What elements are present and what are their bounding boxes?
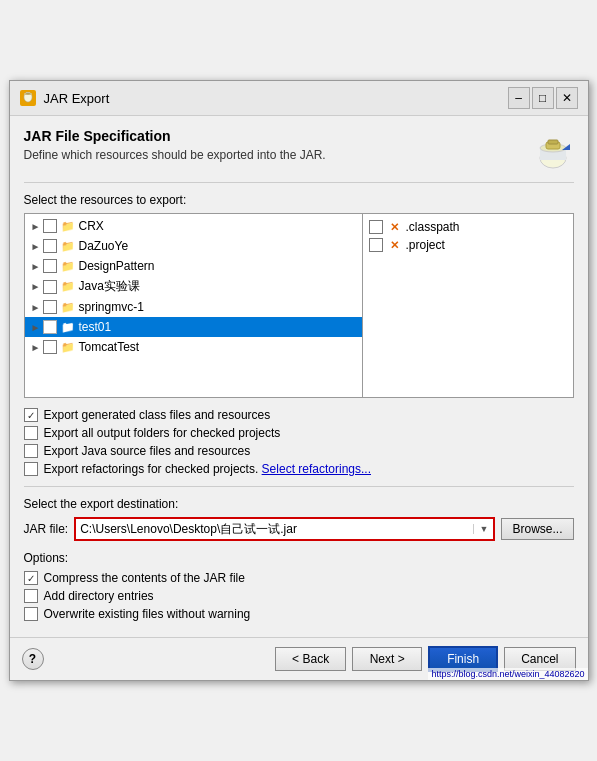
files-panel[interactable]: ✕ .classpath ✕ .project xyxy=(363,214,573,397)
tree-item-dazuoye[interactable]: ► 📁 DaZuoYe xyxy=(25,236,362,256)
title-bar: JAR Export – □ ✕ xyxy=(10,81,588,116)
expand-designpattern[interactable]: ► xyxy=(29,261,43,272)
expand-crx[interactable]: ► xyxy=(29,221,43,232)
close-button[interactable]: ✕ xyxy=(556,87,578,109)
resource-panel: ► 📁 CRX ► 📁 DaZuoYe ► 📁 Design xyxy=(24,213,574,398)
jar-file-row: JAR file: ▼ Browse... xyxy=(24,517,574,541)
destination-label: Select the export destination: xyxy=(24,497,574,511)
jar-export-dialog: JAR Export – □ ✕ JAR File Specification … xyxy=(9,80,589,681)
label-compress: Compress the contents of the JAR file xyxy=(44,571,245,585)
file-icon-classpath: ✕ xyxy=(387,220,403,234)
checkbox-classpath[interactable] xyxy=(369,220,383,234)
destination-section: Select the export destination: JAR file:… xyxy=(24,497,574,541)
expand-test01[interactable]: ► xyxy=(29,322,43,333)
label-export-refactorings: Export refactorings for checked projects… xyxy=(44,462,262,476)
label-project: .project xyxy=(406,238,445,252)
label-springmvc: springmvc-1 xyxy=(79,300,144,314)
checkbox-compress[interactable] xyxy=(24,571,38,585)
checkbox-export-output[interactable] xyxy=(24,426,38,440)
folder-icon-crx: 📁 xyxy=(60,218,76,234)
browse-button[interactable]: Browse... xyxy=(501,518,573,540)
option-export-class[interactable]: Export generated class files and resourc… xyxy=(24,408,574,422)
checkbox-crx[interactable] xyxy=(43,219,57,233)
divider-1 xyxy=(24,486,574,487)
expand-tomcattest[interactable]: ► xyxy=(29,342,43,353)
back-button[interactable]: < Back xyxy=(275,647,346,671)
header-area: JAR File Specification Define which reso… xyxy=(24,128,574,183)
file-item-classpath[interactable]: ✕ .classpath xyxy=(369,218,567,236)
bottom-left: ? xyxy=(22,648,44,670)
folder-icon-javalab: 📁 xyxy=(60,279,76,295)
label-tomcattest: TomcatTest xyxy=(79,340,140,354)
checkbox-springmvc[interactable] xyxy=(43,300,57,314)
folder-icon-dazuoye: 📁 xyxy=(60,238,76,254)
jar-file-label: JAR file: xyxy=(24,522,69,536)
option-add-dir[interactable]: Add directory entries xyxy=(24,589,574,603)
file-item-project[interactable]: ✕ .project xyxy=(369,236,567,254)
page-title: JAR File Specification xyxy=(24,128,574,144)
page-description: Define which resources should be exporte… xyxy=(24,148,574,162)
option-export-output[interactable]: Export all output folders for checked pr… xyxy=(24,426,574,440)
checkbox-project[interactable] xyxy=(369,238,383,252)
compress-section: Options: Compress the contents of the JA… xyxy=(24,551,574,621)
checkbox-overwrite[interactable] xyxy=(24,607,38,621)
jar-file-input[interactable] xyxy=(76,519,473,539)
tree-panel[interactable]: ► 📁 CRX ► 📁 DaZuoYe ► 📁 Design xyxy=(25,214,363,397)
next-button[interactable]: Next > xyxy=(352,647,422,671)
tree-item-javalab[interactable]: ► 📁 Java实验课 xyxy=(25,276,362,297)
label-test01: test01 xyxy=(79,320,112,334)
option-export-refactorings[interactable]: Export refactorings for checked projects… xyxy=(24,462,574,476)
expand-javalab[interactable]: ► xyxy=(29,281,43,292)
export-options: Export generated class files and resourc… xyxy=(24,408,574,476)
checkbox-test01[interactable] xyxy=(43,320,57,334)
expand-dazuoye[interactable]: ► xyxy=(29,241,43,252)
label-add-dir: Add directory entries xyxy=(44,589,154,603)
label-designpattern: DesignPattern xyxy=(79,259,155,273)
checkbox-export-source[interactable] xyxy=(24,444,38,458)
label-export-source: Export Java source files and resources xyxy=(44,444,251,458)
label-export-output: Export all output folders for checked pr… xyxy=(44,426,281,440)
window-controls: – □ ✕ xyxy=(508,87,578,109)
window-title: JAR Export xyxy=(44,91,500,106)
file-icon-project: ✕ xyxy=(387,238,403,252)
tree-item-tomcattest[interactable]: ► 📁 TomcatTest xyxy=(25,337,362,357)
label-crx: CRX xyxy=(79,219,104,233)
checkbox-designpattern[interactable] xyxy=(43,259,57,273)
checkbox-javalab[interactable] xyxy=(43,280,57,294)
select-refactorings-link[interactable]: Select refactorings... xyxy=(262,462,371,476)
folder-icon-springmvc: 📁 xyxy=(60,299,76,315)
resources-label: Select the resources to export: xyxy=(24,193,574,207)
option-compress[interactable]: Compress the contents of the JAR file xyxy=(24,571,574,585)
tree-item-designpattern[interactable]: ► 📁 DesignPattern xyxy=(25,256,362,276)
option-export-source[interactable]: Export Java source files and resources xyxy=(24,444,574,458)
tree-item-springmvc[interactable]: ► 📁 springmvc-1 xyxy=(25,297,362,317)
bottom-bar: ? < Back Next > Finish Cancel https://bl… xyxy=(10,637,588,680)
help-button[interactable]: ? xyxy=(22,648,44,670)
svg-point-2 xyxy=(26,93,30,95)
jar-icon xyxy=(532,128,574,173)
folder-icon-designpattern: 📁 xyxy=(60,258,76,274)
expand-springmvc[interactable]: ► xyxy=(29,302,43,313)
window-icon xyxy=(20,90,36,106)
label-javalab: Java实验课 xyxy=(79,278,140,295)
maximize-button[interactable]: □ xyxy=(532,87,554,109)
svg-rect-8 xyxy=(548,140,558,144)
checkbox-tomcattest[interactable] xyxy=(43,340,57,354)
folder-icon-tomcattest: 📁 xyxy=(60,339,76,355)
label-dazuoye: DaZuoYe xyxy=(79,239,129,253)
tree-item-crx[interactable]: ► 📁 CRX xyxy=(25,216,362,236)
dropdown-arrow[interactable]: ▼ xyxy=(473,524,493,534)
option-overwrite[interactable]: Overwrite existing files without warning xyxy=(24,607,574,621)
label-export-class: Export generated class files and resourc… xyxy=(44,408,271,422)
checkbox-export-class[interactable] xyxy=(24,408,38,422)
folder-icon-test01: 📁 xyxy=(60,319,76,335)
checkbox-export-refactorings[interactable] xyxy=(24,462,38,476)
minimize-button[interactable]: – xyxy=(508,87,530,109)
checkbox-add-dir[interactable] xyxy=(24,589,38,603)
jar-file-input-wrap: ▼ xyxy=(74,517,495,541)
label-classpath: .classpath xyxy=(406,220,460,234)
checkbox-dazuoye[interactable] xyxy=(43,239,57,253)
label-overwrite: Overwrite existing files without warning xyxy=(44,607,251,621)
dialog-body: JAR File Specification Define which reso… xyxy=(10,116,588,637)
tree-item-test01[interactable]: ► 📁 test01 xyxy=(25,317,362,337)
